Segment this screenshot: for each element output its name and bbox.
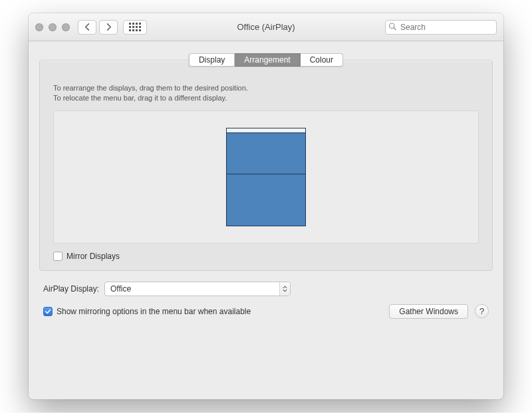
grid-icon (129, 23, 141, 31)
help-button[interactable]: ? (475, 304, 489, 318)
airplay-selected-value: Office (110, 284, 131, 294)
titlebar: Office (AirPlay) (29, 13, 503, 41)
minimize-window-button[interactable] (49, 23, 57, 31)
search-input[interactable] (385, 20, 497, 35)
show-mirroring-checkbox[interactable] (43, 307, 53, 316)
mirror-displays-checkbox[interactable] (53, 252, 63, 261)
tab-colour[interactable]: Colour (301, 53, 343, 67)
tab-bar: Display Arrangement Colour (189, 53, 343, 67)
chevron-left-icon (84, 23, 90, 31)
preferences-window: Office (AirPlay) Display Arrangement Col… (29, 13, 503, 399)
bottom-row: Show mirroring options in the menu bar w… (43, 304, 489, 319)
airplay-row: AirPlay Display: Office (43, 282, 489, 296)
svg-line-1 (394, 27, 396, 29)
traffic-lights (35, 23, 70, 31)
airplay-label: AirPlay Display: (43, 284, 99, 294)
search-icon (388, 22, 396, 32)
tab-display[interactable]: Display (189, 53, 235, 67)
instructions-line-1: To rearrange the displays, drag them to … (53, 83, 479, 93)
zoom-window-button[interactable] (62, 23, 70, 31)
display-arrangement-canvas[interactable] (53, 110, 479, 244)
display-stack (226, 128, 306, 226)
mirror-displays-row[interactable]: Mirror Displays (53, 252, 479, 261)
right-buttons: Gather Windows ? (389, 304, 489, 319)
instructions-line-2: To relocate the menu bar, drag it to a d… (53, 93, 479, 103)
mirror-displays-label: Mirror Displays (66, 252, 120, 261)
nav-buttons (78, 20, 118, 35)
instructions-text: To rearrange the displays, drag them to … (53, 83, 479, 104)
show-mirroring-row[interactable]: Show mirroring options in the menu bar w… (43, 307, 251, 316)
close-window-button[interactable] (35, 23, 43, 31)
chevron-right-icon (106, 23, 112, 31)
forward-button[interactable] (99, 20, 118, 35)
search-field[interactable] (385, 20, 497, 35)
dropdown-stepper-icon (279, 282, 290, 296)
show-all-button[interactable] (123, 20, 147, 35)
airplay-display-select[interactable]: Office (104, 282, 291, 296)
secondary-display[interactable] (226, 174, 306, 226)
show-mirroring-label: Show mirroring options in the menu bar w… (57, 307, 251, 316)
lower-controls: AirPlay Display: Office Show mirroring o… (39, 271, 493, 319)
tab-arrangement[interactable]: Arrangement (235, 53, 300, 67)
content-area: Display Arrangement Colour To rearrange … (29, 41, 503, 329)
arrangement-panel: To rearrange the displays, drag them to … (39, 60, 493, 271)
gather-windows-button[interactable]: Gather Windows (389, 304, 468, 319)
primary-display[interactable] (226, 128, 306, 174)
back-button[interactable] (78, 20, 96, 35)
